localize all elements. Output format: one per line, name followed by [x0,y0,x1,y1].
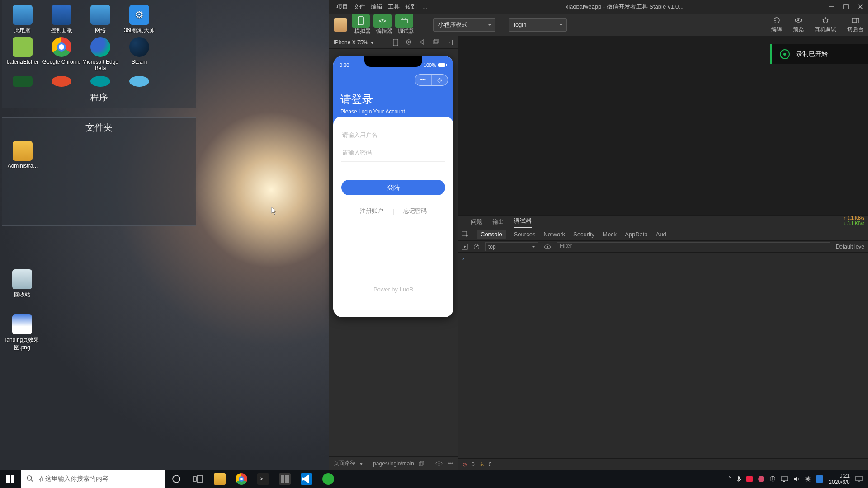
taskbar-chrome[interactable] [231,470,252,488]
desktop-icon-balenaetcher[interactable]: balenaEtcher [3,34,42,71]
window-icon[interactable] [433,39,439,46]
user-avatar[interactable] [334,18,347,32]
inspect-icon[interactable] [462,231,469,238]
context-select[interactable]: top [485,242,538,251]
window-maximize-icon[interactable] [843,4,849,10]
desktop-icon-recycle[interactable]: 回收站 [3,267,42,299]
mute-icon[interactable] [419,39,425,46]
capsule-close-icon[interactable]: ◎ [432,75,448,85]
background-label[interactable]: 切后台 [847,26,863,33]
preview-label[interactable]: 预览 [793,26,804,33]
desktop-icon-admin-folder[interactable]: Administra... [3,138,42,169]
page-select[interactable]: login [509,18,567,32]
start-button[interactable] [0,470,21,488]
miniapp-capsule[interactable]: ••• ◎ [415,74,448,86]
desktop-icon-network[interactable]: 网络 [81,2,120,34]
devtab-mock[interactable]: Mock [603,231,617,238]
bug-icon[interactable] [821,16,830,24]
tray-ime[interactable]: 英 [805,475,811,483]
live-eye-icon[interactable] [544,244,551,249]
play-icon[interactable] [462,244,468,250]
taskbar-taskview[interactable] [187,470,209,488]
tray-volume-icon[interactable] [793,476,800,482]
filter-input[interactable]: Filter [557,242,830,251]
window-close-icon[interactable] [857,4,863,10]
expand-icon[interactable]: →| [446,39,453,46]
tray-app1-icon[interactable] [746,476,753,482]
desktop-icon-this-pc[interactable]: 此电脑 [3,2,42,34]
device-icon[interactable] [393,39,398,46]
menu-goto[interactable]: 转到 [402,3,420,11]
taskbar-terminal[interactable]: >_ [252,470,274,488]
menu-file[interactable]: 文件 [351,3,368,11]
password-input[interactable]: 请输入密码 [341,144,445,162]
window-minimize-icon[interactable] [828,4,835,10]
desktop-icon-360driver[interactable]: ⚙360驱动大师 [120,2,159,34]
desktop-icon-control-panel[interactable]: 控制面板 [42,2,81,34]
devtab-console[interactable]: Console [477,230,506,239]
tab-issues[interactable]: 问题 [471,218,482,228]
background-icon[interactable] [851,16,859,24]
desktop-icon-chrome[interactable]: Google Chrome [42,34,81,71]
menu-edit[interactable]: 编辑 [368,3,385,11]
tray-mic-icon[interactable] [736,476,741,482]
login-button[interactable]: 登陆 [341,180,445,195]
desktop-icon-edge-beta[interactable]: Microsoft Edge Beta [81,34,120,71]
desktop-icon-partial-3[interactable] [81,71,120,89]
mode-editor-button[interactable]: </> [373,14,392,28]
clear-icon[interactable] [473,244,480,250]
refresh-icon[interactable] [773,16,781,24]
desktop-icon-landing-png[interactable]: landing页效果图.png [3,312,42,352]
taskbar-calculator[interactable] [274,470,296,488]
desktop-icon-partial-2[interactable] [42,71,81,89]
desktop-icon-partial-1[interactable] [3,71,42,89]
copy-icon[interactable] [419,461,424,466]
desktop[interactable]: 此电脑 控制面板 网络 ⚙360驱动大师 balenaEtcher Google… [0,0,329,470]
device-select[interactable]: iPhone X 75% [334,39,368,46]
menu-more[interactable]: ... [420,4,430,10]
record-icon[interactable] [406,39,412,46]
error-badge-icon[interactable]: ⊘ [462,461,467,468]
mode-debugger-button[interactable] [395,14,413,28]
tab-debugger[interactable]: 调试器 [514,217,532,228]
tray-notifications-icon[interactable] [855,476,863,482]
tab-output[interactable]: 输出 [492,218,504,228]
more-icon[interactable]: ••• [447,460,453,467]
chevron-down-icon[interactable]: ▾ [360,460,363,467]
tray-monitor-icon[interactable] [781,476,788,482]
taskbar-cortana[interactable] [165,470,187,488]
tray-app2-icon[interactable] [758,476,764,482]
warning-badge-icon[interactable]: ⚠ [479,461,484,468]
editor-area[interactable]: 录制已开始 [458,36,868,215]
eye-icon[interactable] [435,461,443,466]
devtab-appdata[interactable]: AppData [625,231,648,238]
tray-info-icon[interactable]: ⓘ [770,475,775,483]
forgot-password-link[interactable]: 忘记密码 [403,207,427,215]
devtab-audits[interactable]: Aud [656,231,666,238]
username-input[interactable]: 请输入用户名 [341,127,445,144]
devtab-network[interactable]: Network [543,231,565,238]
taskbar-search[interactable]: 在这里输入你搜索的内容 [21,470,165,488]
taskbar-vscode[interactable] [296,470,317,488]
taskbar-explorer[interactable] [209,470,231,488]
log-level-select[interactable]: Default leve [836,244,864,250]
devtab-sources[interactable]: Sources [514,231,536,238]
desktop-icon-partial-4[interactable] [120,71,159,89]
tray-clock[interactable]: 0:21 2020/6/8 [829,473,850,485]
mode-select[interactable]: 小程序模式 [433,18,495,32]
menu-tool[interactable]: 工具 [385,3,402,11]
console-body[interactable]: › [458,253,868,458]
desktop-icon-steam[interactable]: Steam [120,34,159,71]
mode-simulator-button[interactable] [352,14,370,28]
menu-project[interactable]: 项目 [334,3,351,11]
capsule-menu-icon[interactable]: ••• [415,75,432,85]
register-link[interactable]: 注册账户 [360,207,383,215]
eye-icon[interactable] [794,16,802,24]
real-debug-label[interactable]: 真机调试 [815,26,836,33]
tray-ime2-icon[interactable] [816,475,823,483]
compile-label[interactable]: 编译 [771,26,782,33]
devtab-security[interactable]: Security [573,231,594,238]
taskbar-wechat[interactable] [317,470,339,488]
tray-chevron-icon[interactable]: ˄ [728,476,731,482]
phone-simulator[interactable]: 0:20 100% ••• ◎ 请登录 Please Login Your Ac… [333,56,453,317]
